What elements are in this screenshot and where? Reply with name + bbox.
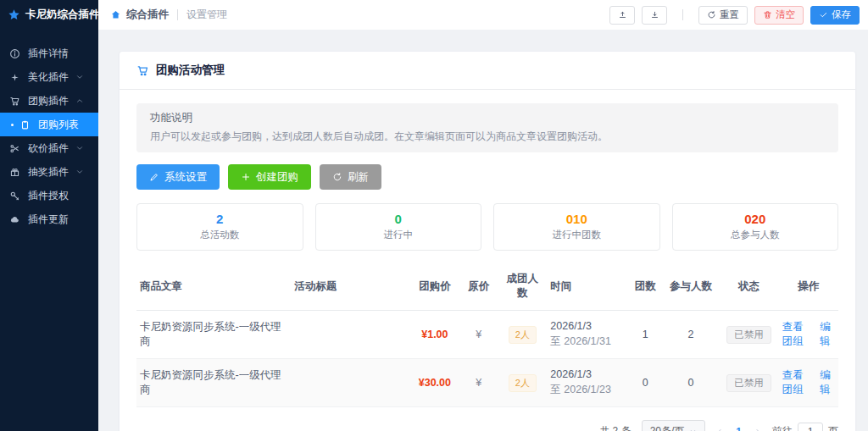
groupbuy-table: 商品文章 活动标题 团购价 原价 成团人数 时间 团数 参与人数 状态 操作 卡…: [136, 262, 838, 407]
sidebar-item-lottery-plugin[interactable]: 抽奖插件: [0, 160, 98, 184]
refresh-button[interactable]: 刷新: [320, 164, 381, 190]
edit-link[interactable]: 编辑: [820, 368, 835, 397]
sidebar-item-beautify-plugin[interactable]: 美化插件: [0, 65, 98, 89]
goto-page: 前往 页: [772, 423, 838, 431]
top-header: 综合插件 设置管理 重置 清空 保存: [98, 0, 868, 30]
stat-total-participants: 020 总参与人数: [672, 203, 839, 251]
create-groupbuy-button[interactable]: 创建团购: [228, 164, 311, 190]
cell-members: 2人: [498, 374, 547, 392]
sidebar-item-label: 砍价插件: [28, 141, 69, 156]
sidebar-item-groupbuy-plugin[interactable]: 团购插件: [0, 89, 98, 113]
table-row: 卡尼奶资源同步系统-一级代理商 ¥30.00 ¥ 2人 2026/1/3 至 2…: [136, 359, 838, 407]
sidebar-item-label: 插件更新: [28, 213, 69, 227]
col-header-article: 商品文章: [136, 279, 291, 294]
prev-page-button[interactable]: [715, 428, 724, 431]
status-badge: 已禁用: [726, 326, 771, 344]
table-row: 卡尼奶资源同步系统-一级代理商 ¥1.00 ¥ 2人 2026/1/3 至 20…: [136, 311, 838, 359]
edit-link[interactable]: 编辑: [820, 320, 835, 349]
current-page[interactable]: 1: [736, 426, 742, 431]
sidebar-item-groupbuy-list[interactable]: 团购列表: [0, 113, 98, 136]
breadcrumb-sub[interactable]: 设置管理: [186, 8, 227, 22]
view-groups-link[interactable]: 查看团组: [782, 320, 813, 349]
sidebar-item-bargain-plugin[interactable]: 砍价插件: [0, 136, 98, 160]
date-start: 2026/1/3: [550, 368, 624, 380]
page-unit-label: 页: [828, 424, 838, 431]
reset-label: 重置: [720, 8, 739, 21]
stat-label: 总活动数: [137, 229, 303, 241]
next-page-button[interactable]: [754, 428, 762, 431]
stat-label: 进行中团数: [494, 229, 659, 241]
cell-time: 2026/1/3 至 2026/1/31: [547, 320, 627, 349]
gift-icon: [9, 167, 20, 178]
col-header-actions: 操作: [779, 279, 838, 294]
reset-button[interactable]: 重置: [698, 6, 748, 25]
chevron-up-icon: [75, 97, 84, 105]
clear-button[interactable]: 清空: [754, 6, 804, 25]
cell-groups: 1: [628, 329, 663, 340]
status-badge: 已禁用: [726, 374, 771, 392]
sidebar-item-label: 抽奖插件: [28, 165, 69, 180]
sidebar-item-plugin-details[interactable]: 插件详情: [0, 41, 98, 65]
cell-article: 卡尼奶资源同步系统-一级代理商: [136, 368, 291, 397]
page-size-value: 20条/页: [650, 424, 685, 431]
chevron-down-icon: [75, 168, 84, 176]
upload-icon: [618, 10, 627, 19]
scissors-icon: [9, 143, 20, 154]
create-groupbuy-label: 创建团购: [256, 170, 298, 185]
sidebar-item-label: 插件详情: [28, 47, 69, 61]
cell-article: 卡尼奶资源同步系统-一级代理商: [136, 320, 291, 349]
home-icon: [110, 9, 121, 20]
cell-original-price: ¥: [459, 377, 498, 389]
clipboard-icon: [19, 119, 31, 130]
system-settings-label: 系统设置: [164, 170, 207, 185]
table-header-row: 商品文章 活动标题 团购价 原价 成团人数 时间 团数 参与人数 状态 操作: [136, 262, 838, 311]
sidebar-item-label: 团购列表: [38, 118, 79, 132]
stat-label: 总参与人数: [673, 229, 838, 241]
cell-price: ¥30.00: [410, 377, 459, 389]
sidebar-menu: 插件详情 美化插件 团购插件 团购列表 砍价插件 抽奖插件: [0, 30, 98, 231]
goto-label: 前往: [772, 424, 793, 431]
col-header-status: 状态: [719, 279, 778, 294]
key-icon: [9, 191, 20, 202]
col-header-price: 团购价: [410, 279, 459, 294]
total-count: 共 2 条: [599, 424, 631, 431]
plus-icon: [241, 172, 251, 182]
pagination: 共 2 条 20条/页 1 前往 页: [136, 420, 838, 431]
download-icon: [650, 10, 659, 19]
import-button[interactable]: [642, 6, 667, 25]
app-logo: 卡尼奶综合插件: [0, 0, 98, 30]
goto-page-input[interactable]: [798, 423, 823, 431]
sidebar: 卡尼奶综合插件 插件详情 美化插件 团购插件 团购列表 砍价插件: [0, 0, 98, 431]
system-settings-button[interactable]: 系统设置: [136, 164, 220, 190]
groupbuy-panel: 团购活动管理 功能说明 用户可以发起或参与团购，达到成团人数后自动成团。在文章编…: [119, 51, 856, 431]
notice-title: 功能说明: [150, 111, 825, 125]
members-badge: 2人: [509, 374, 537, 392]
cell-status: 已禁用: [719, 326, 778, 344]
col-header-participants: 参与人数: [663, 279, 719, 294]
col-header-time: 时间: [547, 279, 627, 294]
col-header-title: 活动标题: [291, 279, 410, 294]
page-size-select[interactable]: 20条/页: [642, 420, 706, 431]
save-button[interactable]: 保存: [810, 6, 860, 25]
refresh-label: 刷新: [348, 170, 369, 185]
sidebar-item-plugin-license[interactable]: 插件授权: [0, 184, 98, 207]
action-buttons: 系统设置 创建团购 刷新: [136, 164, 838, 190]
breadcrumb-main[interactable]: 综合插件: [126, 8, 169, 22]
info-icon: [9, 48, 20, 59]
chevron-down-icon: [75, 144, 84, 152]
date-end: 至 2026/1/31: [550, 334, 624, 349]
export-button[interactable]: [609, 6, 635, 25]
stat-total-activities: 2 总活动数: [136, 203, 303, 251]
active-bullet: [11, 124, 14, 126]
cell-actions: 查看团组 编辑: [779, 368, 838, 397]
stat-value: 010: [494, 212, 659, 226]
breadcrumb-divider: [177, 9, 178, 20]
members-badge: 2人: [509, 326, 537, 344]
trash-icon: [763, 10, 772, 19]
cloud-icon: [9, 214, 20, 225]
sidebar-item-plugin-update[interactable]: 插件更新: [0, 207, 98, 231]
panel-title: 团购活动管理: [156, 63, 225, 78]
cell-price: ¥1.00: [410, 329, 459, 340]
view-groups-link[interactable]: 查看团组: [782, 368, 813, 397]
stat-in-progress: 0 进行中: [315, 203, 482, 251]
